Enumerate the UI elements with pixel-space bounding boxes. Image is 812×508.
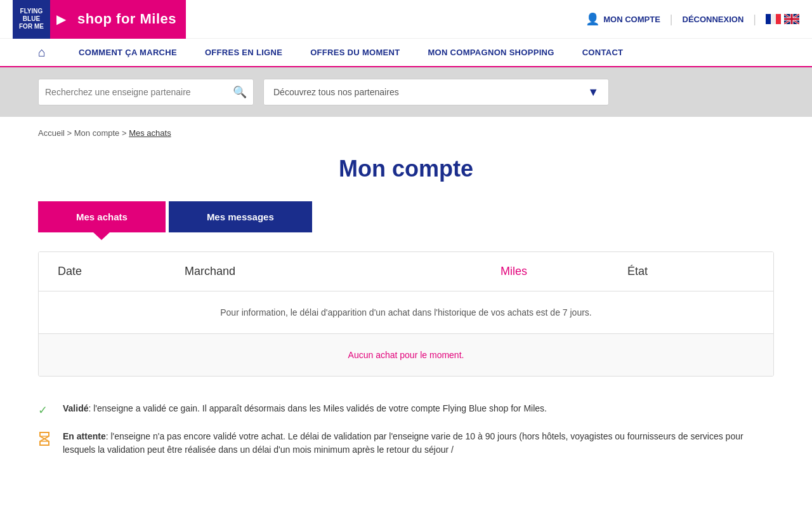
language-flags xyxy=(766,14,799,24)
search-input-wrap: 🔍 xyxy=(38,79,254,105)
logo-arrow-icon: ▶ xyxy=(53,11,69,27)
header-divider2: | xyxy=(753,13,756,26)
header-divider: | xyxy=(670,13,673,26)
dropdown-arrow-icon: ▼ xyxy=(587,86,599,99)
page-title-wrap: Mon compte xyxy=(0,143,812,201)
nav-offres-en-ligne[interactable]: OFFRES EN LIGNE xyxy=(191,48,296,57)
svg-rect-0 xyxy=(766,14,771,24)
flying-blue-logo: FLYING BLUE FOR ME xyxy=(13,0,50,39)
legend-valid-title: Validé xyxy=(63,403,88,413)
header-right: 👤 MON COMPTE | DÉCONNEXION | xyxy=(586,12,799,26)
legend-pending-text: En attente: l'enseigne n'a pas encore va… xyxy=(63,430,774,457)
table-empty-text: Aucun achat pour le moment. xyxy=(348,350,464,360)
legend-valid-desc: : l'enseigne a validé ce gain. Il appara… xyxy=(88,403,546,413)
main-nav: ⌂ COMMENT ÇA MARCHE OFFRES EN LIGNE OFFR… xyxy=(0,39,812,67)
pending-icon xyxy=(38,431,53,450)
legend-pending: En attente: l'enseigne n'a pas encore va… xyxy=(38,430,774,457)
nav-contact[interactable]: CONTACT xyxy=(568,48,638,57)
mon-compte-link[interactable]: 👤 MON COMPTE xyxy=(586,12,660,26)
purchases-table: Date Marchand Miles État Pour informatio… xyxy=(38,251,774,377)
table-empty-row: Aucun achat pour le moment. xyxy=(39,334,773,376)
nav-mon-compagnon-shopping[interactable]: MON COMPAGNON SHOPPING xyxy=(414,48,568,57)
page-title: Mon compte xyxy=(0,156,812,182)
header: FLYING BLUE FOR ME ▶ shop for Miles 👤 MO… xyxy=(0,0,812,39)
tab-mes-achats[interactable]: Mes achats xyxy=(38,201,166,232)
home-icon[interactable]: ⌂ xyxy=(38,45,46,60)
breadcrumb-sep1: > xyxy=(67,128,74,138)
legend-valid-text: Validé: l'enseigne a validé ce gain. Il … xyxy=(63,402,547,415)
search-area: 🔍 Découvrez tous nos partenaires ▼ xyxy=(0,67,812,117)
breadcrumb-sep2: > xyxy=(122,128,129,138)
nav-offres-du-moment[interactable]: OFFRES DU MOMENT xyxy=(296,48,414,57)
legend-wrap: ✓ Validé: l'enseigne a validé ce gain. I… xyxy=(0,389,812,482)
col-etat: État xyxy=(627,265,754,278)
col-miles: Miles xyxy=(501,265,627,278)
svg-rect-1 xyxy=(771,14,776,24)
breadcrumb: Accueil > Mon compte > Mes achats xyxy=(0,117,812,143)
search-button[interactable]: 🔍 xyxy=(233,85,247,99)
table-info-row: Pour information, le délai d'apparition … xyxy=(39,291,773,334)
tabs-wrap: Mes achats Mes messages xyxy=(0,201,812,232)
breadcrumb-home[interactable]: Accueil xyxy=(38,128,65,138)
legend-valid: ✓ Validé: l'enseigne a validé ce gain. I… xyxy=(38,402,774,417)
flag-fr[interactable] xyxy=(766,14,781,24)
valid-icon: ✓ xyxy=(38,403,53,417)
shop-for-miles-text: shop for Miles xyxy=(72,11,176,27)
svg-rect-2 xyxy=(776,14,781,24)
disconnect-link[interactable]: DÉCONNEXION xyxy=(683,15,744,24)
account-label: MON COMPTE xyxy=(603,15,660,24)
col-date: Date xyxy=(58,265,185,278)
logo-area: FLYING BLUE FOR ME ▶ shop for Miles xyxy=(13,0,186,39)
partner-dropdown-label: Découvrez tous nos partenaires xyxy=(273,87,399,97)
table-info-text: Pour information, le délai d'apparition … xyxy=(220,307,591,318)
tab-mes-messages[interactable]: Mes messages xyxy=(169,201,312,232)
table-header: Date Marchand Miles État xyxy=(39,252,773,291)
account-icon: 👤 xyxy=(586,12,599,26)
breadcrumb-current: Mes achats xyxy=(129,128,171,138)
search-input[interactable] xyxy=(45,87,233,97)
legend-pending-title: En attente xyxy=(63,431,106,441)
partner-dropdown[interactable]: Découvrez tous nos partenaires ▼ xyxy=(263,79,609,105)
legend-pending-desc: : l'enseigne n'a pas encore validé votre… xyxy=(63,431,743,455)
col-marchand: Marchand xyxy=(185,265,501,278)
nav-comment-ca-marche[interactable]: COMMENT ÇA MARCHE xyxy=(65,48,191,57)
breadcrumb-account[interactable]: Mon compte xyxy=(74,128,120,138)
flag-uk[interactable] xyxy=(784,14,799,24)
